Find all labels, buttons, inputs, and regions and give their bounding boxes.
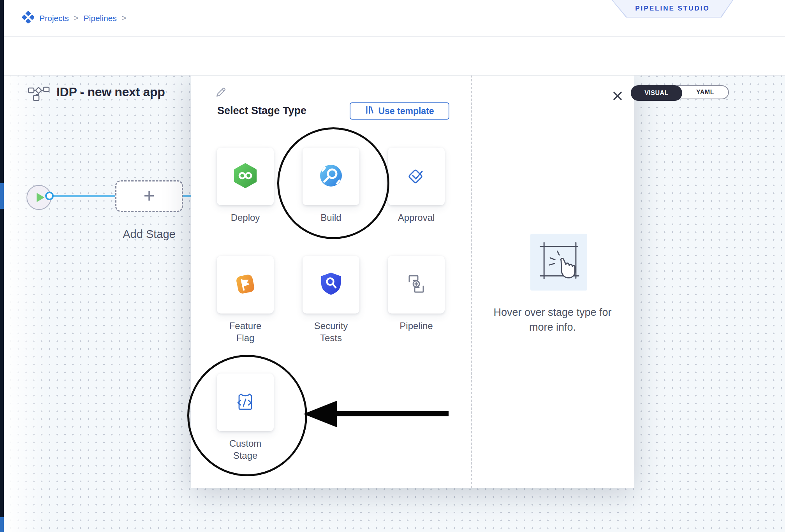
add-stage-button[interactable]: + bbox=[115, 180, 183, 212]
template-library-icon bbox=[365, 105, 374, 117]
stage-label-build: Build bbox=[309, 211, 353, 224]
hover-info-hint: Hover over stage type for more info. bbox=[486, 305, 619, 335]
side-nav-active-indicator bbox=[0, 183, 4, 209]
title-row: IDP - new next app VISUAL YAML bbox=[4, 36, 785, 75]
stage-card-custom-stage[interactable] bbox=[217, 373, 274, 431]
hover-info-illustration bbox=[530, 234, 587, 291]
stage-label-deploy: Deploy bbox=[224, 211, 267, 224]
breadcrumb-link-projects[interactable]: Projects bbox=[39, 14, 69, 23]
pipeline-nodes-icon bbox=[404, 271, 429, 298]
pipeline-studio-banner-label: PIPELINE STUDIO bbox=[635, 5, 709, 12]
pipeline-studio-banner: PIPELINE STUDIO bbox=[610, 0, 735, 18]
close-icon[interactable] bbox=[611, 89, 624, 102]
add-stage-label: Add Stage bbox=[104, 228, 195, 241]
toggle-visual[interactable]: VISUAL bbox=[631, 85, 682, 101]
stage-label-feature-flag: Feature Flag bbox=[224, 320, 267, 344]
visual-yaml-toggle: VISUAL YAML bbox=[631, 85, 729, 99]
stage-card-security-tests[interactable] bbox=[303, 256, 359, 314]
play-icon bbox=[37, 193, 44, 202]
connector-port bbox=[45, 192, 54, 200]
edit-title-pencil-icon[interactable] bbox=[215, 86, 227, 100]
plus-icon: + bbox=[143, 186, 155, 205]
page-header: Projects > Pipelines > PIPELINE STUDIO bbox=[4, 0, 785, 76]
stage-card-pipeline[interactable] bbox=[388, 256, 445, 314]
stage-label-approval: Approval bbox=[394, 211, 438, 224]
use-template-button[interactable]: Use template bbox=[350, 102, 449, 120]
stage-label-pipeline: Pipeline bbox=[394, 320, 438, 332]
breadcrumb: Projects > Pipelines > bbox=[22, 0, 126, 36]
connector-line bbox=[53, 195, 115, 197]
pipeline-graph-icon bbox=[27, 85, 50, 103]
connector-line bbox=[183, 195, 191, 197]
stage-card-approval[interactable] bbox=[388, 148, 445, 205]
stage-card-feature-flag[interactable] bbox=[217, 256, 274, 314]
security-shield-magnifier-icon bbox=[319, 271, 343, 298]
breadcrumb-row: Projects > Pipelines > PIPELINE STUDIO bbox=[4, 0, 785, 37]
breadcrumb-separator: > bbox=[122, 14, 127, 23]
custom-stage-code-icon bbox=[233, 389, 258, 416]
breadcrumb-link-pipelines[interactable]: Pipelines bbox=[84, 14, 117, 23]
toggle-yaml[interactable]: YAML bbox=[682, 86, 728, 99]
panel-title: Select Stage Type bbox=[217, 105, 306, 117]
breadcrumb-separator: > bbox=[74, 14, 79, 23]
use-template-label: Use template bbox=[378, 106, 434, 116]
stage-label-custom-stage: Custom Stage bbox=[224, 437, 267, 462]
stage-card-deploy[interactable] bbox=[217, 148, 274, 205]
stage-label-security-tests: Security Tests bbox=[309, 320, 353, 344]
canvas-left-fade bbox=[4, 75, 47, 532]
panel-separator bbox=[471, 75, 472, 488]
select-stage-type-panel: Select Stage Type Use template Deploy bbox=[191, 75, 634, 488]
harness-projects-logo-icon bbox=[22, 11, 34, 25]
side-nav-bottom-indicator bbox=[0, 517, 4, 532]
collapsed-side-nav[interactable] bbox=[0, 0, 4, 532]
build-ci-magnifier-icon bbox=[319, 164, 343, 189]
approval-check-stamp-icon bbox=[404, 163, 429, 190]
page-title: IDP - new next app bbox=[56, 72, 165, 111]
feature-flag-icon bbox=[232, 271, 258, 298]
stage-card-build[interactable] bbox=[303, 148, 359, 205]
deploy-hexagon-infinity-icon bbox=[233, 163, 258, 190]
